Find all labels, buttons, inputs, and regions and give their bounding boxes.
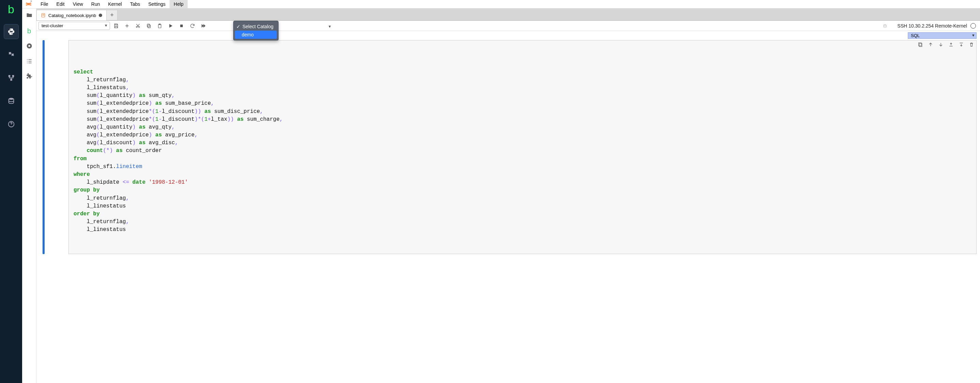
cell-actions	[918, 42, 974, 50]
menu-settings[interactable]: Settings	[145, 0, 170, 8]
svg-point-6	[31, 1, 32, 2]
catalog-dropdown-header[interactable]: ✓ Select Catalog	[235, 22, 277, 31]
svg-point-3	[8, 98, 14, 100]
cell-editor[interactable]: select l_returnflag, l_linestatus, sum(l…	[68, 40, 977, 254]
cluster-icon[interactable]	[4, 70, 19, 85]
menubar: FileEditViewRunKernelTabsSettingsHelp	[22, 0, 980, 8]
run-all-button[interactable]	[199, 22, 208, 30]
add-cell-button[interactable]	[122, 22, 132, 30]
app-sidebar: b	[0, 0, 22, 383]
catalog-option-demo[interactable]: demo	[235, 31, 277, 39]
stop-circle-icon[interactable]	[26, 43, 33, 50]
extensions-icon[interactable]	[26, 73, 33, 81]
cell-active-indicator	[43, 40, 45, 254]
duplicate-cell-icon[interactable]	[918, 42, 923, 50]
menu-view[interactable]: View	[69, 0, 87, 8]
list-icon[interactable]	[26, 58, 33, 66]
move-down-icon[interactable]	[938, 42, 943, 50]
database-icon[interactable]	[4, 93, 19, 109]
svg-rect-1	[12, 75, 14, 77]
tab-filename: Catalog_notebook.ipynb	[48, 13, 96, 18]
folder-icon[interactable]	[26, 12, 33, 20]
delete-cell-icon[interactable]	[969, 42, 974, 50]
app-logo: b	[8, 3, 14, 16]
run-button[interactable]	[166, 22, 175, 30]
menu-edit[interactable]: Edit	[52, 0, 69, 8]
code-content: select l_returnflag, l_linestatus, sum(l…	[73, 68, 972, 234]
gears-icon[interactable]	[4, 47, 19, 62]
move-up-icon[interactable]	[928, 42, 933, 50]
notebook-tab[interactable]: Catalog_notebook.ipynb	[37, 10, 107, 21]
catalog-header-label: Select Catalog	[242, 24, 274, 29]
svg-point-13	[138, 26, 140, 27]
new-tab-button[interactable]: +	[107, 10, 118, 21]
bug-icon[interactable]	[880, 22, 890, 30]
svg-point-12	[136, 26, 137, 27]
svg-rect-21	[919, 43, 921, 46]
menu-help[interactable]: Help	[170, 0, 188, 8]
svg-rect-8	[28, 45, 30, 47]
jupyter-logo-icon	[24, 0, 33, 8]
svg-rect-0	[8, 75, 10, 77]
notebook-area: select l_returnflag, l_linestatus, sum(l…	[37, 31, 980, 383]
stop-button[interactable]	[177, 22, 186, 30]
menu-run[interactable]: Run	[87, 0, 104, 8]
save-button[interactable]	[111, 22, 121, 30]
catalog-dropdown: ✓ Select Catalog demo	[233, 21, 278, 41]
svg-point-19	[884, 25, 886, 27]
svg-rect-14	[148, 25, 150, 28]
bodo-icon[interactable]: b	[27, 27, 31, 35]
svg-rect-11	[43, 15, 44, 15]
copy-button[interactable]	[144, 22, 154, 30]
unsaved-dot-icon	[99, 14, 102, 17]
svg-rect-15	[147, 24, 150, 27]
cut-button[interactable]	[133, 22, 143, 30]
restart-button[interactable]	[188, 22, 197, 30]
notebook-toolbar: SSH 10.30.2.254 Remote-Kernel	[37, 21, 980, 31]
insert-below-icon[interactable]	[959, 42, 964, 50]
notebook-icon	[41, 13, 46, 18]
check-icon: ✓	[236, 24, 240, 29]
cluster-select[interactable]	[38, 22, 110, 30]
python-icon[interactable]	[4, 24, 19, 39]
svg-rect-2	[10, 79, 12, 81]
kernel-status-icon	[970, 23, 976, 28]
code-cell[interactable]: select l_returnflag, l_linestatus, sum(l…	[37, 39, 980, 258]
tab-bar: Catalog_notebook.ipynb +	[37, 8, 980, 21]
svg-rect-18	[180, 24, 183, 27]
insert-above-icon[interactable]	[948, 42, 954, 50]
paste-button[interactable]	[155, 22, 164, 30]
left-activity-bar: b	[22, 8, 37, 383]
menu-file[interactable]: File	[37, 0, 52, 8]
menu-tabs[interactable]: Tabs	[126, 0, 145, 8]
cell-language-select[interactable]	[908, 32, 977, 39]
help-icon[interactable]	[4, 117, 19, 131]
svg-rect-20	[920, 44, 922, 47]
kernel-label[interactable]: SSH 10.30.2.254 Remote-Kernel	[897, 23, 967, 28]
menu-kernel[interactable]: Kernel	[104, 0, 126, 8]
